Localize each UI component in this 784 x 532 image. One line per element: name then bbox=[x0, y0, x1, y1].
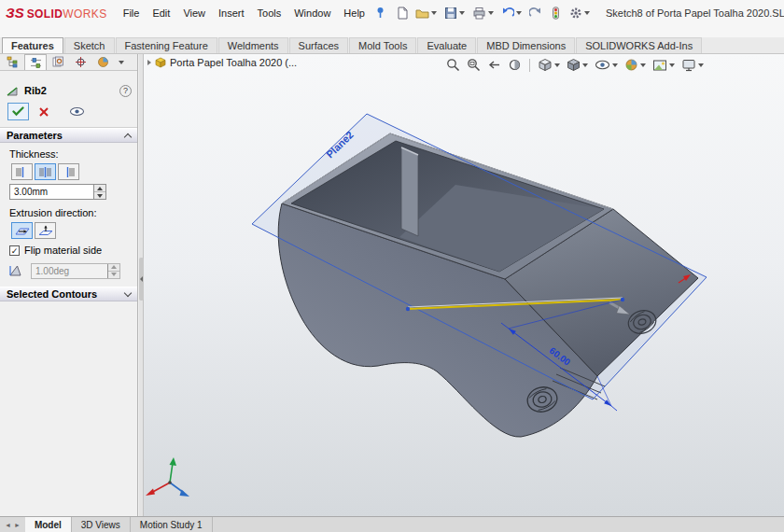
thickness-second-side-button[interactable] bbox=[58, 163, 79, 180]
rib-thickness-value[interactable]: 3.00mm bbox=[10, 185, 93, 199]
parallel-to-sketch-button[interactable] bbox=[11, 222, 33, 239]
ribbon-tab-fastening-feature[interactable]: Fastening Feature bbox=[116, 37, 217, 53]
menu-tools[interactable]: Tools bbox=[251, 6, 288, 21]
thickness-both-sides-button[interactable] bbox=[35, 163, 56, 180]
propertymanager-tab[interactable] bbox=[24, 54, 47, 70]
pin-menu-icon[interactable] bbox=[375, 7, 385, 19]
first-side-icon bbox=[15, 167, 29, 177]
menu-window[interactable]: Window bbox=[287, 6, 337, 21]
part-model[interactable] bbox=[278, 133, 698, 437]
dimxpertmanager-tab[interactable] bbox=[69, 54, 91, 70]
ribbon-tab-surfaces[interactable]: Surfaces bbox=[289, 37, 348, 53]
ribbon-tab-mbd-dimensions[interactable]: MBD Dimensions bbox=[477, 37, 575, 53]
monitor-icon bbox=[681, 59, 696, 72]
rib-thickness-input[interactable]: 3.00mm bbox=[9, 184, 106, 200]
featuremanager-tree-tab[interactable] bbox=[2, 54, 24, 70]
save-button[interactable] bbox=[441, 3, 468, 23]
dropdown-caret-icon[interactable] bbox=[640, 63, 646, 67]
dropdown-caret-icon[interactable] bbox=[554, 63, 560, 67]
hide-show-items-button[interactable] bbox=[593, 56, 620, 74]
logo-text-solid: SOLID bbox=[27, 7, 63, 21]
zoom-fit-button[interactable] bbox=[444, 56, 462, 74]
tab-motion-study-1[interactable]: Motion Study 1 bbox=[131, 517, 213, 532]
print-button[interactable] bbox=[469, 3, 497, 23]
undo-button[interactable] bbox=[498, 3, 525, 23]
menu-edit[interactable]: Edit bbox=[146, 6, 176, 21]
pm-help-icon[interactable]: ? bbox=[119, 85, 132, 97]
dropdown-caret-icon[interactable] bbox=[582, 63, 588, 67]
part-document-icon bbox=[155, 57, 166, 68]
displaymanager-tab[interactable] bbox=[91, 54, 114, 70]
options-dropdown-caret[interactable] bbox=[584, 11, 590, 15]
open-dropdown-caret[interactable] bbox=[431, 11, 437, 15]
section-view-button[interactable] bbox=[506, 56, 524, 74]
menu-insert[interactable]: Insert bbox=[212, 6, 251, 21]
flyout-tree-arrow-icon[interactable] bbox=[147, 60, 151, 65]
feature-tree-icon bbox=[7, 56, 21, 68]
edit-appearance-button[interactable] bbox=[623, 56, 648, 74]
3d-scene[interactable]: Plane2 60.00 bbox=[144, 54, 784, 516]
tab-3d-views[interactable]: 3D Views bbox=[72, 517, 131, 532]
chevron-down-icon bbox=[119, 61, 124, 64]
breadcrumb[interactable]: Porta Papel Toalha 2020 (... bbox=[147, 57, 297, 68]
extrusion-direction-options bbox=[11, 222, 132, 239]
ribbon-tab-features[interactable]: Features bbox=[2, 37, 63, 53]
draft-on-off-button[interactable] bbox=[6, 262, 26, 279]
ribbon-tab-weldments[interactable]: Weldments bbox=[218, 37, 288, 53]
flip-material-side-checkbox[interactable]: ✓ bbox=[9, 245, 20, 256]
options-button[interactable] bbox=[567, 3, 593, 23]
normal-to-sketch-button[interactable] bbox=[35, 222, 56, 239]
origin-triad bbox=[146, 457, 189, 497]
parameters-group-header[interactable]: Parameters bbox=[0, 128, 137, 143]
menu-view[interactable]: View bbox=[176, 6, 212, 21]
save-dropdown-caret[interactable] bbox=[459, 11, 465, 15]
rebuild-button[interactable] bbox=[547, 3, 565, 23]
zoom-area-button[interactable] bbox=[465, 56, 483, 74]
main-menus: File Edit View Insert Tools Window Help bbox=[117, 6, 371, 21]
preview-button[interactable] bbox=[66, 103, 87, 120]
previous-view-button[interactable] bbox=[485, 56, 503, 74]
breadcrumb-text[interactable]: Porta Papel Toalha 2020 (... bbox=[170, 57, 297, 68]
check-icon bbox=[12, 106, 24, 117]
view-orientation-button[interactable] bbox=[536, 56, 562, 74]
scroll-right-icon[interactable]: ► bbox=[14, 522, 21, 528]
ribbon-tab-addins[interactable]: SOLIDWORKS Add-Ins bbox=[576, 37, 702, 53]
ribbon-tab-mold-tools[interactable]: Mold Tools bbox=[349, 37, 416, 53]
ok-button[interactable] bbox=[7, 103, 29, 120]
spinner-down-icon bbox=[108, 271, 119, 278]
cancel-button[interactable] bbox=[35, 103, 52, 120]
sketch-endpoint[interactable] bbox=[406, 307, 410, 311]
dropdown-caret-icon[interactable] bbox=[612, 63, 618, 67]
undo-dropdown-caret[interactable] bbox=[516, 11, 522, 15]
previous-view-icon bbox=[487, 58, 501, 72]
dropdown-caret-icon[interactable] bbox=[698, 63, 704, 67]
interior-divider-wall[interactable] bbox=[401, 147, 418, 236]
draft-spinner bbox=[107, 264, 119, 278]
tab-scroll-arrows[interactable]: ◄► bbox=[0, 517, 25, 532]
print-dropdown-caret[interactable] bbox=[488, 11, 494, 15]
tab-model[interactable]: Model bbox=[25, 517, 72, 532]
scroll-left-icon[interactable]: ◄ bbox=[5, 522, 11, 528]
graphics-area[interactable]: Plane2 60.00 bbox=[144, 54, 784, 516]
dropdown-caret-icon[interactable] bbox=[669, 63, 675, 67]
thickness-spinner[interactable] bbox=[93, 185, 105, 199]
view-settings-button[interactable] bbox=[679, 56, 706, 74]
display-style-button[interactable] bbox=[565, 56, 590, 74]
collapse-chevron-icon bbox=[124, 133, 132, 141]
ribbon-tab-sketch[interactable]: Sketch bbox=[64, 37, 115, 53]
spinner-up-icon[interactable] bbox=[94, 185, 105, 191]
apply-scene-button[interactable] bbox=[651, 56, 677, 74]
redo-button[interactable] bbox=[526, 3, 545, 23]
manager-tabs-overflow-button[interactable] bbox=[114, 54, 129, 70]
rib-feature-icon bbox=[6, 84, 20, 97]
menu-file[interactable]: File bbox=[117, 6, 147, 21]
menu-help[interactable]: Help bbox=[337, 6, 371, 21]
thickness-first-side-button[interactable] bbox=[11, 163, 33, 180]
configurationmanager-tab[interactable] bbox=[47, 54, 69, 70]
new-document-button[interactable] bbox=[393, 3, 411, 23]
ribbon-tab-evaluate[interactable]: Evaluate bbox=[417, 37, 476, 53]
spinner-down-icon[interactable] bbox=[94, 191, 105, 199]
open-button[interactable] bbox=[413, 3, 440, 23]
dassault-logo-icon: ЗS bbox=[6, 5, 24, 21]
selected-contours-group-header[interactable]: Selected Contours bbox=[0, 287, 137, 301]
